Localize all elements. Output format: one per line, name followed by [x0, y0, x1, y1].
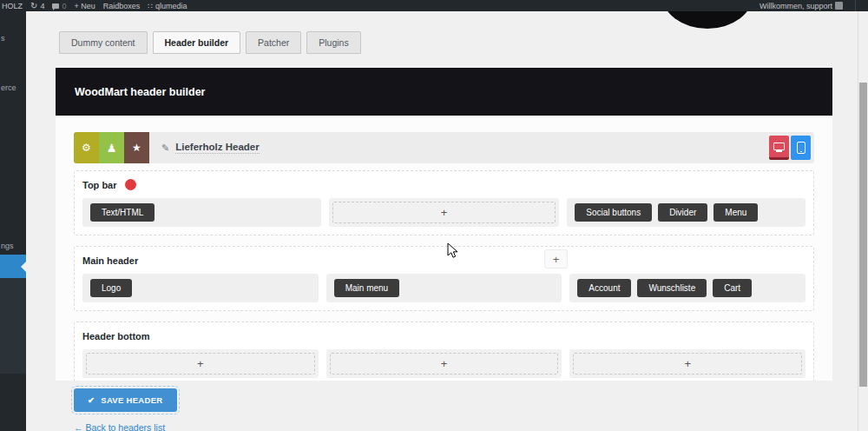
top-bar-cells: Text/HTML + Social buttons Divider Menu	[82, 198, 806, 227]
tab-header-builder[interactable]: Header builder	[153, 31, 241, 54]
new-content-link[interactable]: + Neu	[74, 2, 95, 10]
tab-plugins[interactable]: Plugins	[306, 31, 360, 54]
section-title-row: Main header	[82, 255, 806, 266]
plus-icon: +	[441, 206, 448, 219]
plus-icon: +	[441, 357, 448, 370]
update-icon: ↻	[30, 2, 37, 10]
comments-count: 0	[62, 2, 66, 10]
back-to-headers-link[interactable]: ← Back to headers list	[74, 422, 165, 431]
main-header-cell-right[interactable]: Account Wunschliste Cart	[569, 274, 806, 302]
scrollbar-thumb[interactable]	[859, 83, 867, 387]
desktop-view-toggle[interactable]	[769, 136, 789, 160]
updates-link[interactable]: ↻ 4	[30, 2, 44, 10]
save-header-label: SAVE HEADER	[101, 395, 162, 405]
header-bottom-cell-right[interactable]: +	[569, 349, 806, 378]
element-account[interactable]: Account	[577, 279, 631, 297]
add-element-dropzone[interactable]: +	[332, 202, 556, 223]
section-main-header: Main header + Logo Main menu Account Wun…	[74, 246, 814, 311]
check-icon: ✔	[88, 395, 95, 405]
section-title: Main header	[82, 255, 138, 266]
element-logo[interactable]: Logo	[90, 279, 132, 297]
avatar	[835, 2, 843, 10]
view-toggles	[769, 136, 811, 160]
mobile-icon	[797, 142, 806, 154]
star-icon: ★	[132, 142, 141, 154]
element-wunschliste[interactable]: Wunschliste	[637, 279, 707, 297]
top-bar-cell-center[interactable]: +	[329, 198, 560, 227]
panel-title: WoodMart header builder	[75, 86, 205, 98]
wp-admin-bar: HOLZ ↻ 4 0 + Neu Raidboxes ∷ qlumedia Wi…	[0, 0, 868, 11]
favorites-button[interactable]: ★	[124, 132, 149, 163]
element-divider[interactable]: Divider	[658, 203, 707, 222]
add-element-dropzone[interactable]: +	[573, 353, 802, 375]
header-bottom-cells: + + +	[82, 349, 806, 378]
desktop-icon	[773, 143, 785, 150]
panel-body: ⚙ ♟ ★ ✎ Lieferholz Header	[56, 116, 832, 381]
section-title: Top bar	[82, 180, 117, 190]
plus-icon: +	[684, 357, 691, 370]
pencil-icon: ✎	[161, 143, 169, 154]
section-title: Header bottom	[82, 331, 150, 341]
builder-toolbar: ⚙ ♟ ★ ✎ Lieferholz Header	[74, 132, 814, 163]
plus-icon: +	[553, 253, 560, 266]
qlumedia-link[interactable]: ∷ qlumedia	[148, 2, 187, 10]
main-header-cells: Logo Main menu Account Wunschliste Cart	[82, 274, 806, 302]
add-column-button[interactable]: +	[545, 250, 567, 268]
plus-icon: +	[197, 357, 204, 370]
element-menu[interactable]: Menu	[713, 203, 758, 222]
element-social-buttons[interactable]: Social buttons	[575, 203, 652, 222]
add-element-dropzone[interactable]: +	[330, 353, 559, 375]
site-name-link[interactable]: HOLZ	[2, 2, 23, 10]
presets-button[interactable]: ♟	[99, 132, 124, 163]
section-title-row: Header bottom	[82, 330, 806, 341]
nav-tabs: Dummy content Header builder Patcher Plu…	[59, 31, 361, 54]
section-title-row: Top bar	[82, 179, 806, 190]
admin-bar-right: Willkommen, support	[760, 0, 868, 11]
raidboxes-link[interactable]: Raidboxes	[103, 2, 141, 10]
site-name-fragment: HOLZ	[2, 2, 23, 10]
element-main-menu[interactable]: Main menu	[334, 279, 399, 297]
add-element-dropzone[interactable]: +	[86, 353, 315, 375]
panel-header: WoodMart header builder	[56, 68, 832, 116]
sidebar-item-fragment-2[interactable]: erce	[1, 83, 16, 92]
top-bar-cell-right[interactable]: Social buttons Divider Menu	[567, 198, 806, 227]
header-name-field[interactable]: Lieferholz Header	[175, 142, 260, 154]
section-header-bottom: Header bottom + + +	[74, 322, 814, 381]
gear-icon: ⚙	[82, 142, 91, 154]
element-text-html[interactable]: Text/HTML	[90, 203, 155, 222]
welcome-label: Willkommen, support	[760, 2, 832, 10]
save-header-button[interactable]: ✔ SAVE HEADER	[74, 388, 177, 412]
header-bottom-cell-center[interactable]: +	[326, 349, 562, 378]
admin-bar-divider	[855, 0, 856, 11]
settings-button[interactable]: ⚙	[74, 132, 99, 163]
header-builder-panel: WoodMart header builder ⚙ ♟ ★ ✎ Lieferho…	[56, 68, 832, 381]
comments-link[interactable]: 0	[52, 2, 66, 10]
admin-bar-left: HOLZ ↻ 4 0 + Neu Raidboxes ∷ qlumedia	[0, 2, 187, 10]
account-menu[interactable]: Willkommen, support	[760, 2, 843, 10]
wp-admin-sidebar: s erce ngs	[0, 11, 26, 431]
raidboxes-label: Raidboxes	[103, 2, 141, 10]
red-indicator-dot	[125, 179, 136, 190]
vertical-scrollbar	[858, 11, 868, 431]
person-icon: ♟	[107, 142, 117, 155]
sidebar-item-fragment-3[interactable]: ngs	[1, 242, 14, 250]
sidebar-item-fragment-1[interactable]: s	[1, 34, 5, 43]
header-name-wrap: ✎ Lieferholz Header	[161, 142, 260, 154]
tab-dummy-content[interactable]: Dummy content	[59, 31, 148, 54]
comment-icon	[52, 3, 59, 9]
updates-count: 4	[40, 2, 44, 10]
qlumedia-icon: ∷	[148, 2, 153, 10]
mobile-view-toggle[interactable]	[791, 136, 811, 160]
sidebar-active-item[interactable]	[0, 255, 26, 278]
tab-patcher[interactable]: Patcher	[246, 31, 301, 54]
main-header-cell-left[interactable]: Logo	[82, 274, 319, 302]
sidebar-submenu-block	[0, 278, 26, 374]
qlumedia-label: qlumedia	[155, 2, 187, 10]
header-bottom-cell-left[interactable]: +	[82, 349, 319, 378]
section-top-bar: Top bar Text/HTML + Social buttons Divid…	[74, 170, 814, 235]
main-header-cell-center[interactable]: Main menu	[326, 274, 562, 302]
element-cart[interactable]: Cart	[713, 279, 752, 297]
top-bar-cell-left[interactable]: Text/HTML	[82, 198, 321, 227]
new-label: + Neu	[74, 2, 95, 10]
